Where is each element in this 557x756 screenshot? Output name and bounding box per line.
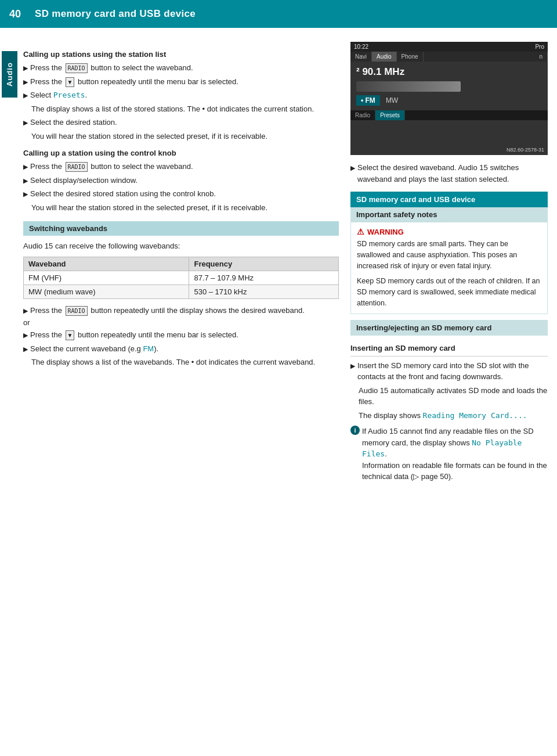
sub-text: The display shows Reading Memory Card...… [359,410,548,422]
list-item: ▶ Select the desired stored station usin… [23,188,339,200]
down-button-icon: ▼ [66,77,75,87]
screen-band-row: • FM MW [350,94,548,107]
device-image: 10:22 Pro Navi Audio Phone n ² 90.1 MHz [350,42,548,155]
table-row: MW (medium wave) 530 – 1710 kHz [24,285,339,298]
screen-time: 10:22 [354,44,368,50]
sub-text: You will hear the station stored in the … [31,202,339,214]
info-text: If Audio 15 cannot find any readable fil… [362,426,548,483]
warning-text2: Keep SD memory cards out of the reach of… [357,276,541,308]
header-title: SD memory card and USB device [35,8,196,20]
bullet-arrow: ▶ [23,63,28,74]
list-item: ▶ Press the RADIO button repeatedly unti… [23,305,339,316]
page-number: 40 [9,8,21,20]
bullet-arrow: ▶ [23,118,28,128]
bullet-arrow: ▶ [23,77,28,88]
list-item: ▶ Select the current waveband (e.g FM). [23,343,339,355]
header-bar: 40 SD memory card and USB device [0,0,557,28]
sub-text: The display shows a list of the waveband… [31,357,339,368]
table-header-waveband: Waveband [24,257,189,271]
screen-frequency: ² 90.1 MHz [350,62,548,79]
sidebar-label: Audio [2,51,17,98]
list-item: ▶ Insert the SD memory card into the SD … [350,360,548,383]
info-icon: i [350,426,360,435]
bullet-text: Press the RADIO button repeatedly until … [30,305,339,316]
scale-bar [356,81,461,92]
bullet-text: Press the RADIO button to select the wav… [30,161,339,172]
reading-memory-code: Reading Memory Card.... [423,411,527,420]
or-line: or [23,318,339,327]
sub-text: Audio 15 automatically activates SD mode… [359,385,548,408]
table-header-frequency: Frequency [189,257,339,271]
screen-bottom-tab-presets: Presets [375,110,405,120]
image-caption: N82.60-2578-31 [507,147,544,153]
bullet-arrow: ▶ [23,344,28,355]
bullet-arrow: ▶ [23,91,28,101]
bullet-text: Press the ▼ button repeatedly until the … [30,76,339,88]
list-item: ▶ Press the ▼ button repeatedly until th… [23,329,339,341]
screen-band-mw: MW [386,96,398,105]
down-button-icon: ▼ [66,330,75,340]
insert-sub-heading: Inserting an SD memory card [350,344,548,352]
bullet-arrow: ▶ [350,163,355,185]
warning-title: ⚠ WARNING [357,227,541,236]
table-cell: 530 – 1710 kHz [189,285,339,298]
screen-simulation: 10:22 Pro Navi Audio Phone n ² 90.1 MHz [350,42,548,155]
screen-nav-tabs: Navi Audio Phone n [350,52,548,62]
bullet-arrow: ▶ [23,306,28,316]
list-item: ▶ Select Presets. [23,89,339,101]
info-item: i If Audio 15 cannot find any readable f… [350,426,548,483]
list-item: ▶ Press the RADIO button to select the w… [23,62,339,74]
bullet-arrow: ▶ [350,361,355,383]
radio-button-icon: RADIO [66,162,88,172]
content-area: Calling up stations using the station li… [19,28,557,756]
sub-text: You will hear the station stored in the … [31,131,339,142]
table-cell: FM (VHF) [24,271,189,285]
switching-intro: Audio 15 can receive the following waveb… [23,240,339,252]
radio-button-icon: RADIO [66,306,88,316]
bullet-text: Select the desired waveband. Audio 15 sw… [357,162,548,185]
bullet-text: Select the desired station. [30,117,339,128]
screen-tab-phone: Phone [397,52,424,62]
warning-triangle-icon: ⚠ [357,227,364,236]
table-row: FM (VHF) 87.7 – 107.9 MHz [24,271,339,285]
insert-eject-header: Inserting/ejecting an SD memory card [350,320,548,336]
bullet-text: Select Presets. [30,89,339,101]
presets-link: Presets [53,91,85,99]
bullet-arrow: ▶ [23,162,28,172]
section2-heading: Calling up a station using the control k… [23,149,339,157]
bullet-text: Select display/selection window. [30,175,339,186]
list-item: ▶ Select the desired waveband. Audio 15 … [350,162,548,185]
switching-wavebands-box: Switching wavebands [23,221,339,236]
screen-top-bar: 10:22 Pro [350,42,548,52]
screen-tab-audio: Audio [372,52,397,62]
table-cell: MW (medium wave) [24,285,189,298]
important-header: Important safety notes [350,207,548,222]
screen-bottom: Radio Presets [350,110,548,120]
screen-label: Pro [535,44,544,50]
page-layout: Audio Calling up stations using the stat… [0,28,557,756]
table-cell: 87.7 – 107.9 MHz [189,271,339,285]
left-column: Calling up stations using the station li… [23,42,339,747]
divider [350,356,548,357]
fm-link: FM [143,344,154,353]
bullet-text: Press the RADIO button to select the wav… [30,62,339,74]
bullet-text: Select the desired stored station using … [30,188,339,200]
radio-button-icon: RADIO [66,63,88,73]
bullet-text: Press the ▼ button repeatedly until the … [30,329,339,341]
list-item: ▶ Press the ▼ button repeatedly until th… [23,76,339,88]
list-item: ▶ Press the RADIO button to select the w… [23,161,339,172]
screen-bottom-tab-radio: Radio [350,110,375,120]
bullet-text: Insert the SD memory card into the SD sl… [357,360,548,383]
right-column: 10:22 Pro Navi Audio Phone n ² 90.1 MHz [350,42,548,747]
bullet-arrow: ▶ [23,189,28,200]
sub-text: The display shows a list of the stored s… [31,103,339,115]
bullet-text: Select the current waveband (e.g FM). [30,343,339,355]
warning-box: ⚠ WARNING SD memory cards are small part… [350,222,548,314]
warning-text1: SD memory cards are small parts. They ca… [357,239,541,271]
scale-row [350,79,548,94]
screen-tab-navi: Navi [350,52,372,62]
waveband-table: Waveband Frequency FM (VHF) 87.7 – 107.9… [23,257,339,299]
section1-heading: Calling up stations using the station li… [23,50,339,59]
sidebar: Audio [0,28,19,756]
screen-band-fm: • FM [356,95,380,106]
